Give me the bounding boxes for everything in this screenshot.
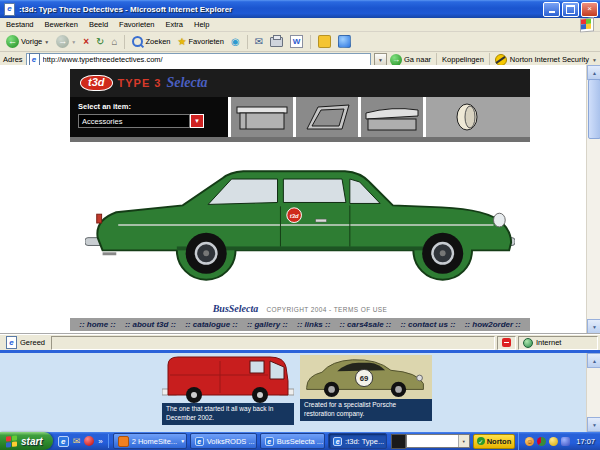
- title-bar[interactable]: e :t3d: Type Three Detectives - Microsof…: [0, 0, 600, 18]
- discuss-button[interactable]: [316, 34, 333, 49]
- search-button[interactable]: Zoeken: [130, 35, 172, 48]
- headlight-thumb-icon: [452, 100, 486, 134]
- quick-ie-icon[interactable]: e: [58, 436, 69, 447]
- system-tray: ☺ 17:07: [518, 432, 600, 450]
- tray-messenger-icon[interactable]: ☺: [525, 437, 534, 446]
- norton-dropdown-icon[interactable]: ▼: [592, 57, 597, 63]
- bg-scroll-down-button[interactable]: ▼: [587, 417, 600, 432]
- quick-mail-icon[interactable]: ✉: [73, 436, 81, 446]
- favorites-icon: ★: [178, 37, 187, 47]
- task-busselecta[interactable]: e BusSelecta ...: [260, 433, 325, 449]
- messenger-icon: [338, 35, 351, 48]
- maximize-icon: [566, 5, 575, 14]
- norton-check-icon: ✓: [477, 437, 485, 445]
- nav-contact[interactable]: :: contact us ::: [400, 320, 455, 329]
- scroll-down-button[interactable]: ▼: [587, 319, 600, 334]
- menu-bar: Bestand Bewerken Beeld Favorieten Extra …: [0, 18, 600, 32]
- t3d-logo-badge[interactable]: t3d: [80, 75, 113, 91]
- minimize-button[interactable]: [543, 2, 560, 17]
- taskbar-search-input[interactable]: [407, 435, 458, 447]
- back-icon: ←: [6, 35, 19, 48]
- race-number: 69: [360, 374, 369, 383]
- desktop: e :t3d: Type Three Detectives - Microsof…: [0, 0, 600, 450]
- tray-volume-icon[interactable]: [561, 437, 570, 446]
- nav-gallery[interactable]: :: gallery ::: [247, 320, 288, 329]
- maximize-button[interactable]: [562, 2, 579, 17]
- norton-toolbar-label[interactable]: Norton Internet Security: [510, 55, 589, 64]
- scroll-thumb[interactable]: [588, 79, 600, 139]
- busselecta-brand[interactable]: BusSelecta: [213, 303, 259, 314]
- taillight: [97, 214, 102, 223]
- norton-label: Norton: [487, 437, 512, 446]
- tray-status-icon[interactable]: [537, 437, 546, 446]
- back-dropdown-icon[interactable]: ▼: [44, 39, 49, 45]
- busselecta-window[interactable]: The one that started it all way back in …: [0, 350, 600, 432]
- start-button[interactable]: start: [0, 432, 53, 450]
- standard-toolbar: ← Vorige ▼ → ▼ × ↻ ⌂ Zoeken: [0, 32, 600, 52]
- home-button[interactable]: ⌂: [109, 36, 119, 48]
- forward-button[interactable]: → ▼: [54, 34, 78, 49]
- media-button[interactable]: ◉: [229, 36, 242, 48]
- refresh-button[interactable]: ↻: [94, 36, 106, 48]
- go-label: Ga naar: [404, 55, 431, 64]
- nav-catalogue[interactable]: :: catalogue ::: [185, 320, 237, 329]
- task-volksrods[interactable]: e VolksRODS ...: [190, 433, 257, 449]
- bg-window-scrollbar[interactable]: ▲ ▼: [586, 353, 600, 432]
- porsche-card[interactable]: 69 Created for a specialist Porsche rest…: [300, 355, 432, 421]
- menu-beeld[interactable]: Beeld: [89, 20, 108, 29]
- headlight-thumbnail[interactable]: [423, 97, 530, 137]
- windows-flag-icon: [6, 435, 17, 447]
- back-label: Vorige: [21, 37, 42, 46]
- messenger-button[interactable]: [336, 34, 353, 49]
- bg-scroll-up-button[interactable]: ▲: [587, 353, 600, 368]
- nav-links[interactable]: :: links ::: [297, 320, 330, 329]
- scroll-up-button[interactable]: ▲: [587, 65, 600, 80]
- fastback-thumbnail[interactable]: [293, 97, 358, 137]
- task-homesite[interactable]: 2 HomeSite... ▼: [113, 433, 187, 449]
- exhaust-pipe: [103, 252, 117, 255]
- windows-logo: [580, 17, 594, 32]
- task-t3d-label: :t3d: Type...: [345, 437, 384, 446]
- item-dropdown[interactable]: Accessories ▼: [78, 114, 220, 128]
- links-label[interactable]: Koppelingen: [442, 55, 484, 64]
- favorites-button[interactable]: ★ Favorieten: [176, 36, 226, 48]
- bg-scroll-down-icon: ▼: [592, 422, 597, 428]
- menu-extra[interactable]: Extra: [166, 20, 184, 29]
- menu-help[interactable]: Help: [194, 20, 209, 29]
- forward-dropdown-icon[interactable]: ▼: [71, 39, 76, 45]
- search-label: Zoeken: [145, 37, 170, 46]
- copyright-text: COPYRIGHT 2004 - TERMS OF USE: [266, 306, 387, 313]
- print-button[interactable]: [268, 36, 285, 48]
- edit-button[interactable]: W: [288, 34, 305, 49]
- item-dropdown-button[interactable]: ▼: [190, 114, 204, 128]
- menu-bestand[interactable]: Bestand: [6, 20, 34, 29]
- nav-how2order[interactable]: :: how2order ::: [465, 320, 521, 329]
- page-scrollbar[interactable]: ▲ ▼: [586, 65, 600, 334]
- quick-media-icon[interactable]: [84, 436, 94, 446]
- bus-card[interactable]: The one that started it all way back in …: [162, 355, 294, 425]
- deskbar-icon[interactable]: [391, 434, 406, 449]
- task-group-dropdown-icon[interactable]: ▼: [180, 438, 185, 444]
- nav-home[interactable]: :: home ::: [79, 320, 115, 329]
- porsche-image: 69: [300, 355, 432, 399]
- norton-tray-badge[interactable]: ✓ Norton: [473, 434, 516, 449]
- tray-update-icon[interactable]: [549, 437, 558, 446]
- mail-button[interactable]: ✉: [253, 36, 265, 48]
- go-button[interactable]: → Ga naar: [390, 54, 431, 66]
- menu-bewerken[interactable]: Bewerken: [45, 20, 78, 29]
- favorites-label: Favorieten: [188, 37, 223, 46]
- quick-launch-overflow[interactable]: »: [98, 437, 102, 446]
- nav-cars4sale[interactable]: :: cars4sale ::: [340, 320, 392, 329]
- nav-about[interactable]: :: about t3d ::: [125, 320, 176, 329]
- site-header: t3d TYPE 3 Selecta: [70, 69, 530, 97]
- menu-favorieten[interactable]: Favorieten: [119, 20, 154, 29]
- close-button[interactable]: ×: [581, 2, 598, 17]
- task-t3d-active[interactable]: e :t3d: Type...: [328, 433, 387, 449]
- taskbar-search-box[interactable]: ▼: [406, 434, 470, 448]
- back-button[interactable]: ← Vorige ▼: [4, 34, 51, 49]
- stop-button[interactable]: ×: [81, 36, 91, 48]
- notchback-thumbnail[interactable]: [358, 97, 423, 137]
- item-dropdown-value[interactable]: Accessories: [78, 114, 190, 128]
- squareback-thumbnail[interactable]: [228, 97, 293, 137]
- taskbar-search-dropdown-icon[interactable]: ▼: [458, 435, 469, 447]
